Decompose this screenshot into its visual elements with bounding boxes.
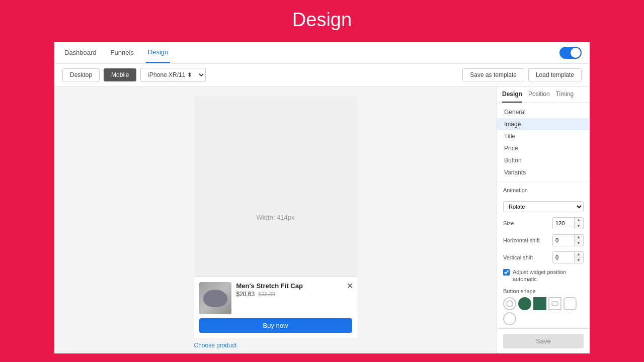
vertical-shift-input[interactable] <box>553 253 574 262</box>
app-container: Dashboard Funnels Design Desktop Mobile … <box>54 42 590 353</box>
nav-dashboard[interactable]: Dashboard <box>62 43 99 62</box>
tab-timing[interactable]: Timing <box>556 90 574 103</box>
desktop-view-button[interactable]: Desktop <box>62 68 100 81</box>
section-price[interactable]: Price <box>497 142 590 154</box>
vertical-shift-spin-buttons: ▲ ▼ <box>574 252 583 263</box>
choose-product-link[interactable]: Choose product <box>194 342 237 349</box>
product-card: ✕ Men's Stretch Fit Cap $20.63 $32.69 <box>194 277 357 338</box>
button-shape-label: Button shape <box>503 288 584 294</box>
size-spin-buttons: ▲ ▼ <box>574 218 583 229</box>
section-title[interactable]: Title <box>497 130 590 142</box>
panel-tabs: Design Position Timing <box>497 86 590 103</box>
nav-funnels[interactable]: Funnels <box>109 43 136 62</box>
size-input-group: ▲ ▼ <box>552 217 584 229</box>
page-title: Design <box>0 9 644 31</box>
adjust-checkbox-row: Adjust widget position automatic <box>503 268 584 283</box>
shape-square-button[interactable] <box>533 297 546 310</box>
phone-canvas: Width: 414px ✕ Men's Stretch Fit Cap $20… <box>194 97 357 338</box>
shape-rounded-icon <box>551 301 558 306</box>
shape-pill-button[interactable] <box>503 312 516 325</box>
animation-select[interactable]: Rotate None Bounce <box>503 201 584 212</box>
size-down-button[interactable]: ▼ <box>575 223 583 229</box>
product-price-original: $32.69 <box>259 291 276 297</box>
size-label: Size <box>503 220 514 226</box>
size-row: Size ▲ ▼ <box>503 217 584 229</box>
save-button[interactable]: Save <box>503 334 584 348</box>
vertical-shift-input-group: ▲ ▼ <box>552 251 584 263</box>
right-panel: Design Position Timing General Image Tit… <box>497 86 590 353</box>
animation-select-row: Rotate None Bounce <box>503 201 584 212</box>
shape-circle-icon <box>506 300 513 307</box>
toolbar: Desktop Mobile iPhone XR/11 ⬍ Save as te… <box>54 64 590 86</box>
horizontal-shift-up-button[interactable]: ▲ <box>575 235 583 240</box>
main-content: Width: 414px ✕ Men's Stretch Fit Cap $20… <box>54 86 590 353</box>
horizontal-shift-input[interactable] <box>553 236 574 245</box>
vertical-shift-row: Vertical shift ▲ ▼ <box>503 251 584 263</box>
product-name: Men's Stretch Fit Cap <box>236 282 352 290</box>
shape-rounded2-button[interactable] <box>564 297 577 310</box>
animation-label: Animation <box>503 187 528 193</box>
section-variants[interactable]: Variants <box>497 166 590 178</box>
toolbar-right: Save as template Load template <box>462 68 582 81</box>
horizontal-shift-down-button[interactable]: ▼ <box>575 240 583 246</box>
product-info: Men's Stretch Fit Cap $20.63 $32.69 <box>236 282 352 298</box>
horizontal-shift-label: Horizontal shift <box>503 237 540 243</box>
vertical-shift-up-button[interactable]: ▲ <box>575 252 583 257</box>
product-image <box>199 282 231 314</box>
product-close-button[interactable]: ✕ <box>347 281 353 291</box>
toggle-switch[interactable] <box>559 47 582 59</box>
device-select[interactable]: iPhone XR/11 ⬍ <box>140 68 206 82</box>
nav-design[interactable]: Design <box>146 42 170 63</box>
shape-circle-button[interactable] <box>503 297 516 310</box>
horizontal-shift-spin-buttons: ▲ ▼ <box>574 235 583 246</box>
panel-settings: Animation Rotate None Bounce Size ▲ <box>497 182 590 328</box>
section-image[interactable]: Image <box>497 118 590 130</box>
tab-design[interactable]: Design <box>502 90 522 103</box>
product-price-current: $20.63 <box>236 291 255 298</box>
panel-section-list: General Image Title Price Button Variant… <box>497 103 590 182</box>
product-image-inner <box>199 282 231 314</box>
shape-rounded-button[interactable] <box>548 297 561 310</box>
section-button[interactable]: Button <box>497 154 590 166</box>
load-template-button[interactable]: Load template <box>528 68 582 81</box>
mobile-view-button[interactable]: Mobile <box>104 68 136 81</box>
vertical-shift-down-button[interactable]: ▼ <box>575 257 583 263</box>
canvas-area: Width: 414px ✕ Men's Stretch Fit Cap $20… <box>54 86 497 353</box>
shape-circle-filled-button[interactable] <box>518 297 531 310</box>
panel-footer: Save <box>497 328 590 353</box>
button-shapes <box>503 297 584 325</box>
adjust-checkbox-label: Adjust widget position automatic <box>513 268 584 283</box>
buy-now-button[interactable]: Buy now <box>199 318 352 333</box>
vertical-shift-label: Vertical shift <box>503 254 533 260</box>
save-template-button[interactable]: Save as template <box>462 68 524 81</box>
size-up-button[interactable]: ▲ <box>575 218 583 223</box>
animation-row: Animation <box>503 187 584 196</box>
tab-position[interactable]: Position <box>528 90 550 103</box>
adjust-checkbox[interactable] <box>503 269 510 276</box>
nav-toggle-area <box>559 47 582 59</box>
horizontal-shift-row: Horizontal shift ▲ ▼ <box>503 234 584 246</box>
product-price: $20.63 $32.69 <box>236 291 352 298</box>
section-general[interactable]: General <box>497 106 590 118</box>
nav-bar: Dashboard Funnels Design <box>54 42 590 64</box>
app-header: Design <box>0 0 644 42</box>
horizontal-shift-input-group: ▲ ▼ <box>552 234 584 246</box>
canvas-width-label: Width: 414px <box>257 214 295 221</box>
product-card-header: Men's Stretch Fit Cap $20.63 $32.69 <box>199 282 352 314</box>
size-input[interactable] <box>553 219 574 228</box>
